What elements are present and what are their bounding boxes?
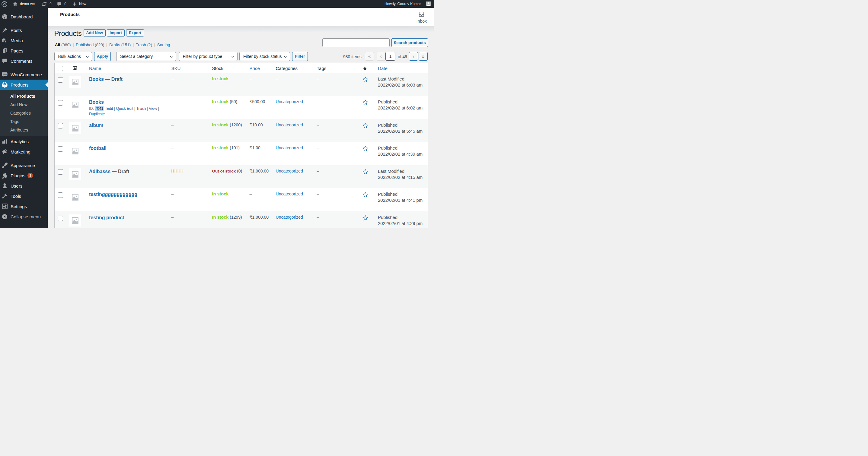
svg-text:W: W xyxy=(2,1,7,6)
svg-text:Woo: Woo xyxy=(3,73,7,75)
